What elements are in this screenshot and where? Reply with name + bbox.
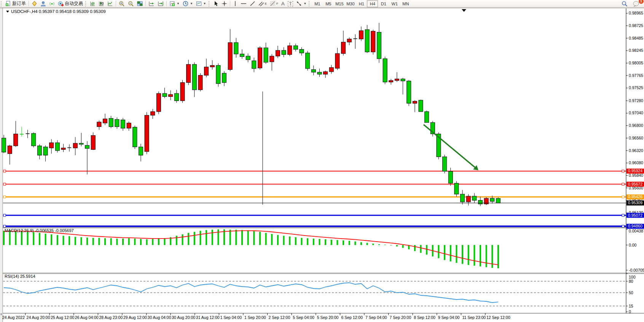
macd-bar (176, 236, 177, 245)
axis-price-tag: 0.95426 (626, 194, 644, 199)
periods-button[interactable]: ▼ (181, 0, 194, 7)
signal-icon (49, 1, 55, 6)
community-button[interactable] (39, 0, 48, 7)
timeframe-W1[interactable]: W1 (389, 0, 400, 7)
toolbar-grip[interactable] (85, 1, 87, 6)
toolbar-grip[interactable] (1, 1, 2, 6)
price-axis-label: 0.98965 (629, 11, 643, 15)
candle-body (311, 70, 316, 72)
candle-body (156, 93, 161, 112)
auto-trading-button[interactable]: 自动交易 (56, 0, 84, 7)
toolbar-grip[interactable] (209, 1, 210, 6)
signals-button[interactable] (48, 0, 56, 7)
timeframe-M5[interactable]: M5 (323, 0, 334, 7)
macd-bar (217, 229, 219, 245)
line-chart-button[interactable] (106, 0, 115, 7)
macd-bar (45, 234, 46, 245)
rsi-axis-label: 0 (629, 309, 631, 314)
hline-anchor[interactable] (3, 214, 6, 216)
hline-anchor[interactable] (3, 196, 6, 198)
candle-body (407, 81, 411, 104)
crosshair-tool-button[interactable] (220, 0, 229, 7)
text-label-tool-button[interactable]: T (286, 0, 295, 7)
candle-body (91, 136, 95, 150)
candlestick-chart-button[interactable] (97, 0, 106, 7)
market-watch-button[interactable] (30, 0, 39, 7)
candlestick-chart-icon (99, 1, 104, 6)
hline-anchor[interactable] (622, 170, 624, 172)
new-order-button[interactable]: 新订单 (4, 0, 27, 7)
timeframe-MN[interactable]: MN (400, 0, 411, 7)
rsi-axis-label: 15 (629, 304, 633, 308)
hline-anchor[interactable] (3, 225, 6, 227)
time-axis-label: 1 Sep 20:00 (244, 315, 266, 320)
trendline-tool-button[interactable] (248, 0, 257, 7)
candle-body (127, 123, 131, 128)
timeframe-M1[interactable]: M1 (312, 0, 323, 7)
text-label-icon: T (288, 1, 293, 6)
macd-bar (289, 237, 290, 245)
cursor-tool-button[interactable] (212, 0, 220, 7)
auto-scroll-button[interactable] (147, 0, 156, 7)
candle-body (115, 119, 119, 127)
macd-bar (128, 238, 130, 245)
zoom-out-icon (128, 1, 134, 7)
arrows-tool-button[interactable]: ▼ (295, 0, 308, 7)
bar-chart-button[interactable] (88, 0, 97, 7)
timeframe-M30[interactable]: M30 (345, 0, 356, 7)
candle-body (288, 46, 292, 54)
macd-bar (396, 245, 398, 247)
macd-bar (247, 231, 249, 245)
chat-button[interactable]: 1 (631, 0, 641, 7)
price-axis-label: 0.96800 (629, 123, 643, 128)
candle-body (448, 171, 453, 183)
macd-bar (98, 238, 100, 245)
search-button[interactable] (620, 0, 629, 7)
candle-body (61, 148, 65, 149)
macd-bar (343, 240, 344, 245)
chart-canvas[interactable]: 0.989650.987250.984850.982450.980050.977… (0, 8, 644, 322)
templates-button[interactable]: ▼ (194, 0, 208, 7)
macd-bar (378, 244, 380, 245)
candle-body (163, 93, 167, 96)
candle-body (85, 145, 89, 148)
candle-body (329, 67, 333, 72)
tile-windows-button[interactable] (135, 0, 144, 7)
candle-body (198, 75, 202, 90)
templates-caret: ▼ (203, 2, 206, 5)
timeframe-H1[interactable]: H1 (356, 0, 367, 7)
candle-body (151, 112, 155, 115)
zoom-out-button[interactable] (126, 0, 135, 7)
timeframe-H4[interactable]: H4 (367, 0, 378, 7)
chart-window[interactable]: 0.989650.987250.984850.982450.980050.977… (0, 8, 644, 322)
time-axis-label: 24 Aug 20:00 (27, 315, 50, 320)
text-tool-button[interactable]: A (280, 0, 286, 7)
horizontal-line-icon (241, 1, 247, 6)
time-axis-label: 8 Sep 12:00 (414, 315, 435, 320)
hline-anchor[interactable] (622, 214, 624, 216)
macd-bar (27, 232, 29, 245)
hline-anchor[interactable] (622, 196, 624, 198)
hline-anchor[interactable] (3, 170, 6, 172)
fibonacci-tool-button[interactable]: F (268, 0, 280, 7)
hline-anchor[interactable] (622, 183, 624, 185)
vertical-line-tool-button[interactable] (231, 0, 239, 7)
equidistant-channel-tool-button[interactable]: E (257, 0, 268, 7)
macd-bar (468, 245, 469, 265)
price-axis-label: 0.97040 (629, 111, 643, 115)
timeframe-M15[interactable]: M15 (334, 0, 345, 7)
candle-body (258, 48, 262, 68)
price-axis-label: 0.98005 (629, 61, 643, 65)
hline-anchor[interactable] (3, 183, 6, 185)
tile-windows-icon (137, 1, 143, 6)
macd-bar (295, 237, 296, 245)
chart-shift-button[interactable] (156, 0, 165, 7)
toolbar-grip[interactable] (309, 1, 310, 6)
timeframe-D1[interactable]: D1 (378, 0, 389, 7)
horizontal-line-tool-button[interactable] (239, 0, 248, 7)
candle-body (37, 146, 41, 155)
candle-body (240, 54, 244, 57)
hline-anchor[interactable] (622, 225, 624, 227)
zoom-in-button[interactable] (117, 0, 126, 7)
indicators-button[interactable]: ▼ (168, 0, 181, 7)
